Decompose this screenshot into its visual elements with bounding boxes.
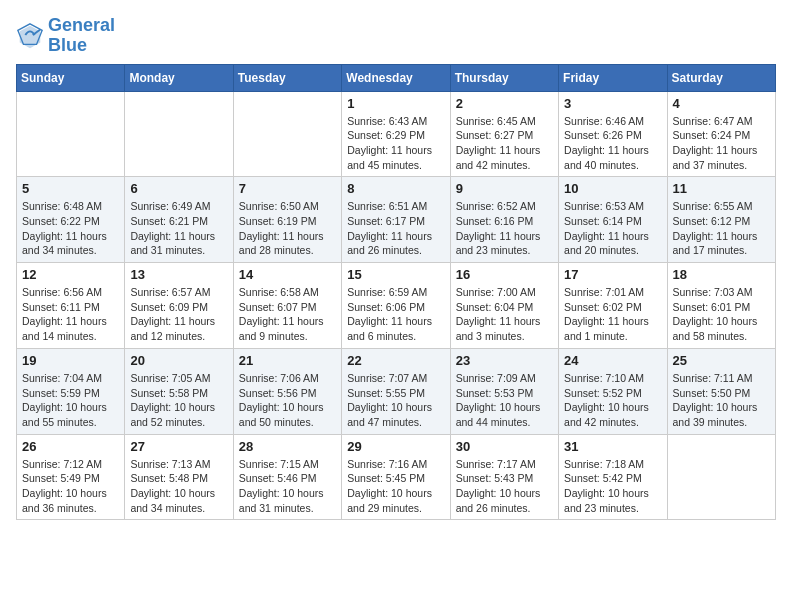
calendar-cell: 27Sunrise: 7:13 AM Sunset: 5:48 PM Dayli…: [125, 434, 233, 520]
day-number: 17: [564, 267, 661, 282]
day-info: Sunrise: 6:45 AM Sunset: 6:27 PM Dayligh…: [456, 114, 553, 173]
day-number: 29: [347, 439, 444, 454]
day-info: Sunrise: 6:57 AM Sunset: 6:09 PM Dayligh…: [130, 285, 227, 344]
day-number: 22: [347, 353, 444, 368]
day-info: Sunrise: 7:04 AM Sunset: 5:59 PM Dayligh…: [22, 371, 119, 430]
weekday-header-row: SundayMondayTuesdayWednesdayThursdayFrid…: [17, 64, 776, 91]
calendar-body: 1Sunrise: 6:43 AM Sunset: 6:29 PM Daylig…: [17, 91, 776, 520]
calendar-cell: 8Sunrise: 6:51 AM Sunset: 6:17 PM Daylig…: [342, 177, 450, 263]
day-number: 16: [456, 267, 553, 282]
day-number: 27: [130, 439, 227, 454]
day-info: Sunrise: 6:43 AM Sunset: 6:29 PM Dayligh…: [347, 114, 444, 173]
weekday-header-sunday: Sunday: [17, 64, 125, 91]
day-number: 15: [347, 267, 444, 282]
day-number: 14: [239, 267, 336, 282]
day-number: 13: [130, 267, 227, 282]
calendar-cell: 19Sunrise: 7:04 AM Sunset: 5:59 PM Dayli…: [17, 348, 125, 434]
calendar-cell: 5Sunrise: 6:48 AM Sunset: 6:22 PM Daylig…: [17, 177, 125, 263]
calendar-cell: 22Sunrise: 7:07 AM Sunset: 5:55 PM Dayli…: [342, 348, 450, 434]
day-info: Sunrise: 6:56 AM Sunset: 6:11 PM Dayligh…: [22, 285, 119, 344]
calendar-cell: 12Sunrise: 6:56 AM Sunset: 6:11 PM Dayli…: [17, 263, 125, 349]
calendar-week-2: 5Sunrise: 6:48 AM Sunset: 6:22 PM Daylig…: [17, 177, 776, 263]
calendar-cell: 28Sunrise: 7:15 AM Sunset: 5:46 PM Dayli…: [233, 434, 341, 520]
day-number: 19: [22, 353, 119, 368]
day-number: 30: [456, 439, 553, 454]
calendar-cell: 21Sunrise: 7:06 AM Sunset: 5:56 PM Dayli…: [233, 348, 341, 434]
calendar-cell: 29Sunrise: 7:16 AM Sunset: 5:45 PM Dayli…: [342, 434, 450, 520]
calendar-cell: 17Sunrise: 7:01 AM Sunset: 6:02 PM Dayli…: [559, 263, 667, 349]
day-info: Sunrise: 6:47 AM Sunset: 6:24 PM Dayligh…: [673, 114, 770, 173]
calendar-cell: 24Sunrise: 7:10 AM Sunset: 5:52 PM Dayli…: [559, 348, 667, 434]
calendar-week-4: 19Sunrise: 7:04 AM Sunset: 5:59 PM Dayli…: [17, 348, 776, 434]
day-number: 11: [673, 181, 770, 196]
day-number: 21: [239, 353, 336, 368]
day-number: 23: [456, 353, 553, 368]
day-number: 7: [239, 181, 336, 196]
calendar-cell: 31Sunrise: 7:18 AM Sunset: 5:42 PM Dayli…: [559, 434, 667, 520]
page-header: General Blue: [16, 16, 776, 56]
logo: General Blue: [16, 16, 115, 56]
day-info: Sunrise: 7:18 AM Sunset: 5:42 PM Dayligh…: [564, 457, 661, 516]
calendar-cell: 9Sunrise: 6:52 AM Sunset: 6:16 PM Daylig…: [450, 177, 558, 263]
calendar-cell: 16Sunrise: 7:00 AM Sunset: 6:04 PM Dayli…: [450, 263, 558, 349]
calendar-cell: 14Sunrise: 6:58 AM Sunset: 6:07 PM Dayli…: [233, 263, 341, 349]
day-info: Sunrise: 6:52 AM Sunset: 6:16 PM Dayligh…: [456, 199, 553, 258]
day-number: 4: [673, 96, 770, 111]
day-number: 31: [564, 439, 661, 454]
day-number: 1: [347, 96, 444, 111]
logo-text: General Blue: [48, 16, 115, 56]
day-info: Sunrise: 7:13 AM Sunset: 5:48 PM Dayligh…: [130, 457, 227, 516]
calendar-cell: 3Sunrise: 6:46 AM Sunset: 6:26 PM Daylig…: [559, 91, 667, 177]
day-number: 10: [564, 181, 661, 196]
calendar-cell: 26Sunrise: 7:12 AM Sunset: 5:49 PM Dayli…: [17, 434, 125, 520]
calendar-cell: 30Sunrise: 7:17 AM Sunset: 5:43 PM Dayli…: [450, 434, 558, 520]
calendar-cell: 11Sunrise: 6:55 AM Sunset: 6:12 PM Dayli…: [667, 177, 775, 263]
calendar-week-1: 1Sunrise: 6:43 AM Sunset: 6:29 PM Daylig…: [17, 91, 776, 177]
weekday-header-tuesday: Tuesday: [233, 64, 341, 91]
day-info: Sunrise: 7:15 AM Sunset: 5:46 PM Dayligh…: [239, 457, 336, 516]
day-info: Sunrise: 6:49 AM Sunset: 6:21 PM Dayligh…: [130, 199, 227, 258]
day-number: 5: [22, 181, 119, 196]
calendar-cell: [17, 91, 125, 177]
calendar-cell: [125, 91, 233, 177]
day-info: Sunrise: 7:00 AM Sunset: 6:04 PM Dayligh…: [456, 285, 553, 344]
day-number: 2: [456, 96, 553, 111]
day-info: Sunrise: 7:07 AM Sunset: 5:55 PM Dayligh…: [347, 371, 444, 430]
calendar-week-3: 12Sunrise: 6:56 AM Sunset: 6:11 PM Dayli…: [17, 263, 776, 349]
day-number: 26: [22, 439, 119, 454]
calendar-cell: 7Sunrise: 6:50 AM Sunset: 6:19 PM Daylig…: [233, 177, 341, 263]
day-info: Sunrise: 6:58 AM Sunset: 6:07 PM Dayligh…: [239, 285, 336, 344]
day-info: Sunrise: 6:48 AM Sunset: 6:22 PM Dayligh…: [22, 199, 119, 258]
day-info: Sunrise: 7:09 AM Sunset: 5:53 PM Dayligh…: [456, 371, 553, 430]
day-info: Sunrise: 6:50 AM Sunset: 6:19 PM Dayligh…: [239, 199, 336, 258]
day-info: Sunrise: 7:05 AM Sunset: 5:58 PM Dayligh…: [130, 371, 227, 430]
calendar-cell: 1Sunrise: 6:43 AM Sunset: 6:29 PM Daylig…: [342, 91, 450, 177]
day-number: 3: [564, 96, 661, 111]
calendar-cell: 25Sunrise: 7:11 AM Sunset: 5:50 PM Dayli…: [667, 348, 775, 434]
day-info: Sunrise: 7:16 AM Sunset: 5:45 PM Dayligh…: [347, 457, 444, 516]
calendar-cell: 23Sunrise: 7:09 AM Sunset: 5:53 PM Dayli…: [450, 348, 558, 434]
day-info: Sunrise: 6:59 AM Sunset: 6:06 PM Dayligh…: [347, 285, 444, 344]
calendar-cell: [667, 434, 775, 520]
logo-icon: [16, 22, 44, 50]
weekday-header-monday: Monday: [125, 64, 233, 91]
day-number: 9: [456, 181, 553, 196]
day-number: 18: [673, 267, 770, 282]
day-info: Sunrise: 6:51 AM Sunset: 6:17 PM Dayligh…: [347, 199, 444, 258]
calendar-table: SundayMondayTuesdayWednesdayThursdayFrid…: [16, 64, 776, 521]
weekday-header-wednesday: Wednesday: [342, 64, 450, 91]
day-number: 12: [22, 267, 119, 282]
calendar-cell: 20Sunrise: 7:05 AM Sunset: 5:58 PM Dayli…: [125, 348, 233, 434]
day-info: Sunrise: 7:17 AM Sunset: 5:43 PM Dayligh…: [456, 457, 553, 516]
weekday-header-friday: Friday: [559, 64, 667, 91]
day-info: Sunrise: 7:12 AM Sunset: 5:49 PM Dayligh…: [22, 457, 119, 516]
weekday-header-thursday: Thursday: [450, 64, 558, 91]
day-number: 24: [564, 353, 661, 368]
day-info: Sunrise: 6:53 AM Sunset: 6:14 PM Dayligh…: [564, 199, 661, 258]
day-number: 8: [347, 181, 444, 196]
day-info: Sunrise: 7:01 AM Sunset: 6:02 PM Dayligh…: [564, 285, 661, 344]
calendar-cell: 13Sunrise: 6:57 AM Sunset: 6:09 PM Dayli…: [125, 263, 233, 349]
day-info: Sunrise: 6:46 AM Sunset: 6:26 PM Dayligh…: [564, 114, 661, 173]
day-number: 6: [130, 181, 227, 196]
calendar-cell: 10Sunrise: 6:53 AM Sunset: 6:14 PM Dayli…: [559, 177, 667, 263]
